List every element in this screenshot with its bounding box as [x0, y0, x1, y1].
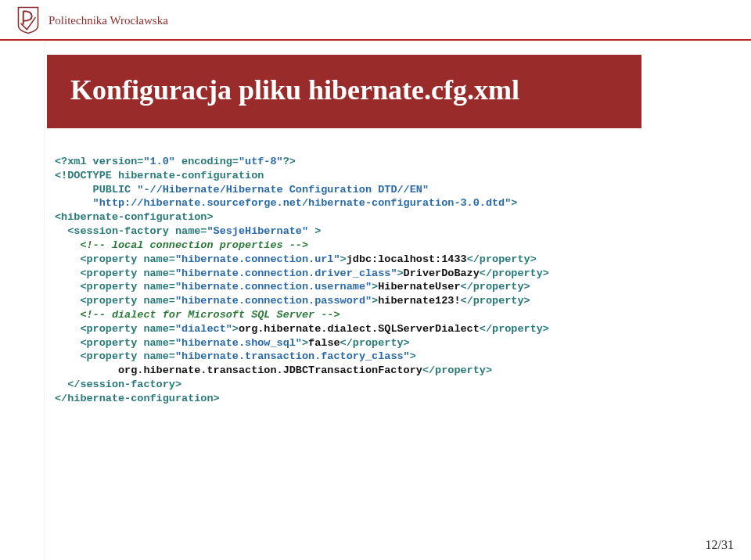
margin-guide	[44, 42, 45, 560]
code-line: org.hibernate.transaction.JDBCTransactio…	[55, 364, 492, 376]
university-name: Politechnika Wrocławska	[49, 14, 168, 27]
code-line: <property name="dialect">org.hibernate.d…	[55, 323, 549, 335]
code-line: <session-factory name="SesjeHibernate" >	[55, 225, 321, 237]
code-line: <property name="hibernate.connection.use…	[55, 281, 530, 293]
code-line: <property name="hibernate.show_sql">fals…	[55, 337, 410, 349]
code-comment: <!-- dialect for Microsoft SQL Server --…	[55, 309, 340, 321]
page-number: 12/31	[706, 538, 734, 552]
code-line: "http://hibernate.sourceforge.net/hibern…	[55, 197, 517, 209]
slide-title: Konfiguracja pliku hibernate.cfg.xml	[47, 55, 641, 128]
code-line: </session-factory>	[55, 379, 181, 390]
header: Politechnika Wrocławska	[0, 0, 751, 41]
code-comment: <!-- local connection properties -->	[55, 239, 308, 251]
code-line: <property name="hibernate.connection.url…	[55, 253, 537, 265]
code-line: <property name="hibernate.connection.pas…	[55, 295, 530, 307]
code-line: <property name="hibernate.transaction.fa…	[55, 350, 416, 362]
code-line: </hibernate-configuration>	[55, 393, 220, 404]
code-line: <!DOCTYPE hibernate-configuration	[55, 170, 264, 181]
code-listing: <?xml version="1.0" encoding="utf-8"?> <…	[55, 155, 751, 406]
code-line: <?xml version="1.0" encoding="utf-8"?>	[55, 156, 296, 167]
code-line: <hibernate-configuration>	[55, 211, 214, 223]
university-logo-icon	[16, 6, 41, 34]
code-line: <property name="hibernate.connection.dri…	[55, 267, 549, 279]
code-line: PUBLIC "-//Hibernate/Hibernate Configura…	[55, 184, 429, 196]
